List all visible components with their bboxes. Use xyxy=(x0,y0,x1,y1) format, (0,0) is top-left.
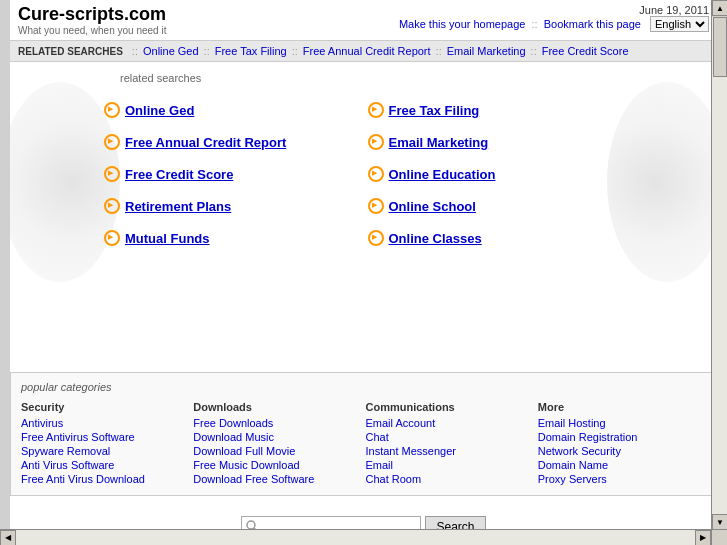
list-item: Free Credit Score xyxy=(100,158,364,190)
divider: :: xyxy=(532,18,538,30)
category-more: More Email Hosting Domain Registration N… xyxy=(538,401,706,487)
arrow-icon xyxy=(368,134,384,150)
popular-categories: popular categories Security Antivirus Fr… xyxy=(10,372,717,496)
list-item: Free Annual Credit Report xyxy=(100,126,364,158)
search-link-online-school[interactable]: Online School xyxy=(389,199,476,214)
scroll-thumb[interactable] xyxy=(713,17,727,77)
search-link-online-ged[interactable]: Online Ged xyxy=(125,103,194,118)
header-links: Make this your homepage :: Bookmark this… xyxy=(399,16,709,32)
cat-link-free-music-download[interactable]: Free Music Download xyxy=(193,459,361,471)
arrow-icon xyxy=(368,102,384,118)
cat-link-domain-registration[interactable]: Domain Registration xyxy=(538,431,706,443)
arrow-icon xyxy=(368,166,384,182)
cat-link-spyware-removal[interactable]: Spyware Removal xyxy=(21,445,189,457)
related-bar-item-3[interactable]: Email Marketing xyxy=(447,45,526,57)
arrow-icon xyxy=(368,198,384,214)
header: Cure-scripts.com What you need, when you… xyxy=(10,0,717,41)
scroll-left-button[interactable]: ◀ xyxy=(0,530,16,546)
bookmark-link[interactable]: Bookmark this page xyxy=(544,18,641,30)
search-link-online-classes[interactable]: Online Classes xyxy=(389,231,482,246)
horizontal-scrollbar: ◀ ▶ xyxy=(0,529,711,545)
categories-grid: Security Antivirus Free Antivirus Softwa… xyxy=(21,401,706,487)
language-select[interactable]: English xyxy=(650,16,709,32)
cat-link-domain-name[interactable]: Domain Name xyxy=(538,459,706,471)
related-bar-item-0[interactable]: Online Ged xyxy=(143,45,199,57)
search-link-free-tax-filing[interactable]: Free Tax Filing xyxy=(389,103,480,118)
category-security: Security Antivirus Free Antivirus Softwa… xyxy=(21,401,189,487)
cat-link-proxy-servers[interactable]: Proxy Servers xyxy=(538,473,706,485)
arrow-icon xyxy=(368,230,384,246)
h-scroll-track xyxy=(16,530,695,545)
search-link-email-marketing[interactable]: Email Marketing xyxy=(389,135,489,150)
cat-link-instant-messenger[interactable]: Instant Messenger xyxy=(366,445,534,457)
cat-link-antivirus[interactable]: Antivirus xyxy=(21,417,189,429)
list-item: Online Education xyxy=(364,158,628,190)
list-item: Online Classes xyxy=(364,222,628,254)
cat-link-download-free-software[interactable]: Download Free Software xyxy=(193,473,361,485)
search-link-free-annual-credit-report[interactable]: Free Annual Credit Report xyxy=(125,135,286,150)
search-links-grid: Online Ged Free Tax Filing Free Annual C… xyxy=(30,94,697,254)
related-searches-title: related searches xyxy=(120,72,697,84)
cat-link-download-full-movie[interactable]: Download Full Movie xyxy=(193,445,361,457)
homepage-link[interactable]: Make this your homepage xyxy=(399,18,526,30)
arrow-icon xyxy=(104,102,120,118)
list-item: Online Ged xyxy=(100,94,364,126)
related-bar-item-4[interactable]: Free Credit Score xyxy=(542,45,629,57)
scroll-right-button[interactable]: ▶ xyxy=(695,530,711,546)
scroll-up-button[interactable]: ▲ xyxy=(712,0,727,16)
category-communications: Communications Email Account Chat Instan… xyxy=(366,401,534,487)
cat-link-chat[interactable]: Chat xyxy=(366,431,534,443)
cat-link-email[interactable]: Email xyxy=(366,459,534,471)
related-bar-item-1[interactable]: Free Tax Filing xyxy=(215,45,287,57)
list-item: Free Tax Filing xyxy=(364,94,628,126)
search-link-free-credit-score[interactable]: Free Credit Score xyxy=(125,167,233,182)
cat-link-email-hosting[interactable]: Email Hosting xyxy=(538,417,706,429)
cat-link-free-anti-virus-download[interactable]: Free Anti Virus Download xyxy=(21,473,189,485)
cat-header-downloads: Downloads xyxy=(193,401,361,413)
cat-link-download-music[interactable]: Download Music xyxy=(193,431,361,443)
scroll-track xyxy=(712,17,727,514)
arrow-icon xyxy=(104,230,120,246)
arrow-icon xyxy=(104,198,120,214)
cat-link-free-downloads[interactable]: Free Downloads xyxy=(193,417,361,429)
cat-header-more: More xyxy=(538,401,706,413)
cat-link-network-security[interactable]: Network Security xyxy=(538,445,706,457)
arrow-icon xyxy=(104,166,120,182)
content-area: related searches Online Ged Free Tax Fil… xyxy=(10,62,717,362)
related-bar: RELATED SEARCHES :: Online Ged :: Free T… xyxy=(10,41,717,62)
arrow-icon xyxy=(104,134,120,150)
cat-link-email-account[interactable]: Email Account xyxy=(366,417,534,429)
search-link-mutual-funds[interactable]: Mutual Funds xyxy=(125,231,210,246)
cat-header-communications: Communications xyxy=(366,401,534,413)
search-link-online-education[interactable]: Online Education xyxy=(389,167,496,182)
list-item: Mutual Funds xyxy=(100,222,364,254)
list-item: Retirement Plans xyxy=(100,190,364,222)
search-link-retirement-plans[interactable]: Retirement Plans xyxy=(125,199,231,214)
date-display: June 19, 2011 xyxy=(399,4,709,16)
cat-link-chat-room[interactable]: Chat Room xyxy=(366,473,534,485)
related-bar-label: RELATED SEARCHES xyxy=(18,46,123,57)
scroll-down-button[interactable]: ▼ xyxy=(712,514,727,530)
category-downloads: Downloads Free Downloads Download Music … xyxy=(193,401,361,487)
language-selector-wrapper: English xyxy=(650,16,709,32)
vertical-scrollbar: ▲ ▼ xyxy=(711,0,727,545)
list-item: Online School xyxy=(364,190,628,222)
cat-header-security: Security xyxy=(21,401,189,413)
list-item: Email Marketing xyxy=(364,126,628,158)
cat-link-free-antivirus-software[interactable]: Free Antivirus Software xyxy=(21,431,189,443)
popular-categories-title: popular categories xyxy=(21,381,706,393)
header-right: June 19, 2011 Make this your homepage ::… xyxy=(399,4,709,32)
related-bar-item-2[interactable]: Free Annual Credit Report xyxy=(303,45,431,57)
cat-link-anti-virus-software[interactable]: Anti Virus Software xyxy=(21,459,189,471)
